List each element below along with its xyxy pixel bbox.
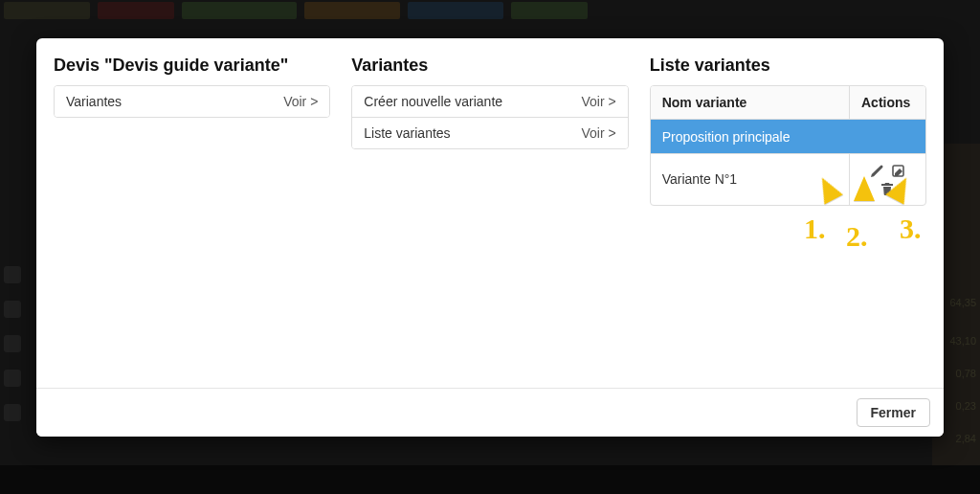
col-devis-title: Devis "Devis guide variante"	[54, 56, 330, 76]
list-item-label: Créer nouvelle variante	[364, 94, 502, 109]
list-item-label: Liste variantes	[364, 125, 450, 141]
col-variantes-title: Variantes	[351, 56, 628, 76]
trash-icon[interactable]	[880, 181, 895, 196]
th-actions: Actions	[849, 86, 925, 120]
close-button[interactable]: Fermer	[857, 398, 930, 427]
list-item-action: Voir >	[581, 125, 615, 141]
th-nom-variante: Nom variante	[651, 86, 849, 120]
variantes-item-create[interactable]: Créer nouvelle variante Voir >	[352, 86, 627, 117]
cell-variant-actions	[849, 120, 925, 153]
modal-footer: Fermer	[36, 388, 944, 437]
col-devis: Devis "Devis guide variante" Variantes V…	[54, 56, 330, 388]
rename-icon[interactable]	[891, 164, 906, 179]
variantes-item-list[interactable]: Liste variantes Voir >	[352, 117, 627, 148]
modal-body: Devis "Devis guide variante" Variantes V…	[36, 38, 944, 388]
list-item-action: Voir >	[283, 94, 318, 109]
cell-variant-name: Variante N°1	[651, 153, 849, 205]
col-devis-list: Variantes Voir >	[54, 85, 330, 118]
col-liste-variantes-title: Liste variantes	[650, 56, 926, 76]
devis-item-variantes[interactable]: Variantes Voir >	[55, 86, 329, 117]
col-liste-variantes: Liste variantes Nom variante Actions Pro…	[650, 56, 926, 388]
variants-modal: Devis "Devis guide variante" Variantes V…	[36, 38, 944, 437]
cell-variant-name: Proposition principale	[651, 120, 849, 153]
list-item-label: Variantes	[66, 94, 122, 109]
table-row[interactable]: Variante N°1	[651, 153, 925, 205]
variants-table: Nom variante Actions Proposition princip…	[650, 85, 926, 206]
col-variantes-list: Créer nouvelle variante Voir > Liste var…	[351, 85, 628, 149]
table-row[interactable]: Proposition principale	[651, 120, 925, 153]
pencil-icon[interactable]	[869, 164, 884, 179]
list-item-action: Voir >	[581, 94, 615, 109]
col-variantes: Variantes Créer nouvelle variante Voir >…	[351, 56, 628, 388]
cell-variant-actions	[849, 153, 925, 205]
